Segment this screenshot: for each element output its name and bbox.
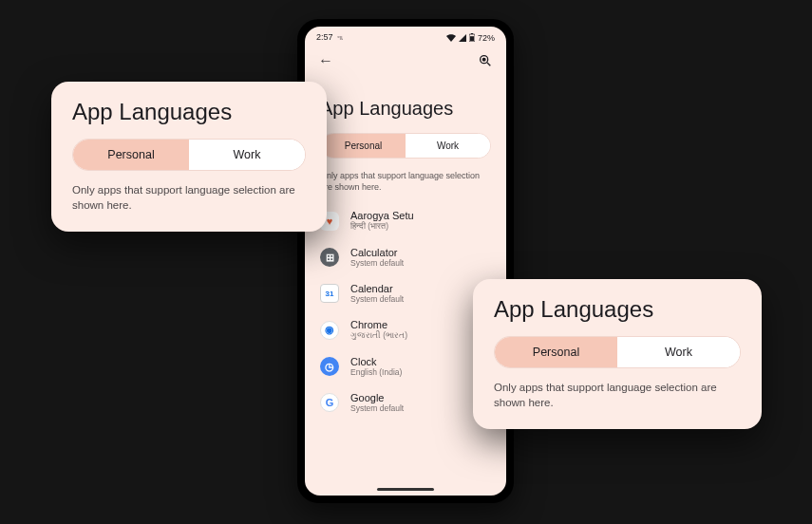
tab-work[interactable]: Work: [406, 134, 490, 158]
status-battery: 72%: [478, 33, 495, 43]
list-item[interactable]: ♥ Aarogya Setu हिन्दी (भारत): [305, 202, 506, 239]
svg-rect-2: [470, 36, 474, 41]
helper-text: Only apps that support language selectio…: [305, 166, 506, 202]
app-name: Chrome: [350, 319, 407, 330]
callout-card-right: App Languages Personal Work Only apps th…: [473, 279, 762, 429]
app-name: Calendar: [350, 283, 404, 294]
callout-card-left: App Languages Personal Work Only apps th…: [51, 82, 327, 232]
profile-toggle: Personal Work: [72, 139, 306, 171]
app-name: Aarogya Setu: [350, 210, 414, 221]
tab-personal[interactable]: Personal: [73, 140, 189, 170]
helper-text: Only apps that support language selectio…: [72, 182, 306, 213]
list-item[interactable]: ⊞ Calculator System default: [305, 239, 506, 275]
calculator-icon: ⊞: [320, 248, 339, 267]
profile-toggle: Personal Work: [320, 133, 491, 159]
clock-icon: ◷: [320, 357, 339, 376]
status-time: 2:57: [316, 32, 333, 42]
app-sub: English (India): [350, 367, 402, 377]
tab-personal[interactable]: Personal: [495, 337, 617, 367]
google-icon: G: [320, 393, 339, 412]
calendar-icon: 31: [320, 284, 339, 303]
helper-text: Only apps that support language selectio…: [494, 380, 741, 410]
profile-toggle: Personal Work: [494, 336, 741, 368]
nav-handle[interactable]: [377, 488, 434, 491]
signal-icon: [459, 34, 466, 42]
page-title: App Languages: [72, 99, 306, 125]
tab-work[interactable]: Work: [617, 337, 740, 367]
battery-icon: [469, 33, 475, 42]
svg-point-4: [482, 58, 485, 61]
wifi-icon: [446, 34, 456, 42]
topbar: ←: [305, 45, 506, 73]
phone-screen: 2:57 ฯเ 72% ← App Language: [305, 27, 506, 496]
search-icon[interactable]: [478, 53, 493, 68]
status-bar: 2:57 ฯเ 72%: [305, 27, 506, 45]
page-title: App Languages: [305, 73, 506, 133]
chrome-icon: ◉: [320, 321, 339, 340]
app-name: Google: [350, 392, 404, 403]
tab-personal[interactable]: Personal: [321, 134, 406, 158]
back-icon[interactable]: ←: [318, 52, 333, 69]
app-sub: System default: [350, 403, 404, 413]
app-name: Calculator: [350, 247, 404, 258]
app-sub: हिन्दी (भारत): [350, 221, 414, 232]
app-sub: System default: [350, 294, 404, 304]
status-tz: ฯเ: [337, 32, 343, 43]
phone-frame: 2:57 ฯเ 72% ← App Language: [297, 19, 514, 503]
page-title: App Languages: [494, 296, 741, 323]
tab-work[interactable]: Work: [189, 140, 305, 170]
app-sub: System default: [350, 258, 404, 268]
app-sub: ગુજરાતી (ભારત): [350, 330, 407, 341]
app-name: Clock: [350, 356, 402, 367]
